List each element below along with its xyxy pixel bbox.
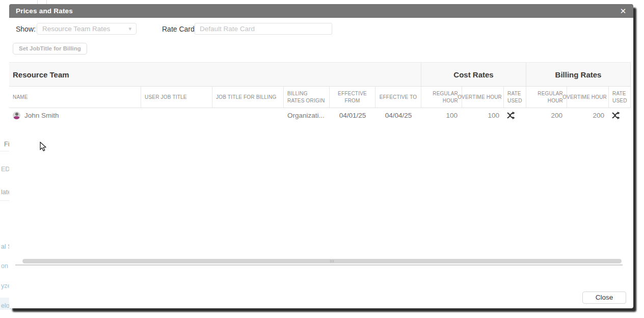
rate-card-label: Rate Card:	[162, 25, 197, 33]
cell-billing-rate-used[interactable]	[609, 108, 631, 123]
column-header-cost-regular-hour[interactable]: REGULAR HOUR	[421, 87, 462, 108]
table-group-header-row: Resource Team Cost Rates Billing Rates	[9, 62, 631, 87]
shuffle-icon	[506, 112, 515, 119]
rate-card-input[interactable]	[195, 23, 332, 35]
cell-cost-regular-hour: 100	[421, 108, 462, 123]
chevron-down-icon: ▾	[128, 23, 131, 34]
dialog-titlebar: Prices and Rates ✕	[9, 4, 633, 18]
table-column-header-row: NAME USER JOB TITLE JOB TITLE FOR BILLIN…	[9, 87, 631, 108]
background-row-divider	[0, 200, 9, 201]
background-row-divider	[0, 151, 9, 151]
rates-table: Resource Team Cost Rates Billing Rates N…	[9, 62, 631, 123]
column-header-cost-rate-used[interactable]: RATE USED	[504, 87, 526, 108]
cell-cost-overtime-hour: 100	[462, 108, 504, 123]
cell-effective-to: 04/04/25	[375, 108, 421, 123]
cell-name: John Smith	[9, 108, 141, 123]
background-text-fragment: ED	[1, 166, 10, 173]
shuffle-icon	[611, 112, 620, 119]
column-header-billing-rates-origin[interactable]: BILLING RATES ORIGIN	[284, 87, 330, 108]
cell-cost-rate-used[interactable]	[504, 108, 526, 123]
cell-billing-rates-origin: Organizati...	[284, 108, 330, 123]
cell-job-title-for-billing	[212, 108, 284, 123]
horizontal-scrollbar[interactable]	[22, 259, 622, 263]
scrollbar-grip-icon	[330, 260, 334, 262]
cell-billing-overtime-hour: 200	[567, 108, 609, 123]
group-header-billing-rates: Billing Rates	[526, 63, 631, 86]
cell-user-job-title	[141, 108, 212, 123]
column-header-job-title-for-billing[interactable]: JOB TITLE FOR BILLING	[212, 87, 284, 108]
column-header-name[interactable]: NAME	[9, 87, 141, 108]
column-header-effective-from[interactable]: EFFECTIVE FROM	[330, 87, 375, 108]
scrollbar-track-line	[15, 264, 623, 266]
close-icon[interactable]: ✕	[617, 4, 629, 18]
background-column-divider	[46, 0, 47, 4]
show-dropdown-value: Resource Team Rates	[42, 25, 110, 33]
cell-effective-from: 04/01/25	[330, 108, 375, 123]
user-avatar-icon	[13, 112, 20, 119]
column-header-billing-regular-hour[interactable]: REGULAR HOUR	[526, 87, 567, 108]
column-header-effective-to[interactable]: EFFECTIVE TO	[375, 87, 421, 108]
group-header-resource-team: Resource Team	[9, 63, 421, 86]
cell-billing-regular-hour: 200	[526, 108, 567, 123]
column-header-user-job-title[interactable]: USER JOB TITLE	[141, 87, 212, 108]
set-jobtitle-for-billing-button[interactable]: Set JobTitle for Billing	[13, 43, 87, 55]
group-header-cost-rates: Cost Rates	[421, 63, 526, 86]
user-name: John Smith	[24, 112, 59, 119]
close-button[interactable]: Close	[582, 292, 626, 304]
show-label: Show:	[16, 25, 36, 33]
background-text-fragment: on	[1, 262, 8, 270]
show-dropdown[interactable]: Resource Team Rates ▾	[37, 23, 137, 35]
column-header-billing-overtime-hour[interactable]: OVERTIME HOUR	[567, 87, 609, 108]
column-header-billing-rate-used[interactable]: RATE USED	[609, 87, 631, 108]
dialog-title: Prices and Rates	[9, 7, 73, 15]
background-column-divider	[37, 0, 38, 4]
table-row[interactable]: John Smith Organizati... 04/01/25 04/04/…	[9, 108, 631, 123]
column-header-cost-overtime-hour[interactable]: OVERTIME HOUR	[462, 87, 504, 108]
prices-and-rates-dialog: Prices and Rates ✕ Show: Resource Team R…	[9, 4, 633, 308]
